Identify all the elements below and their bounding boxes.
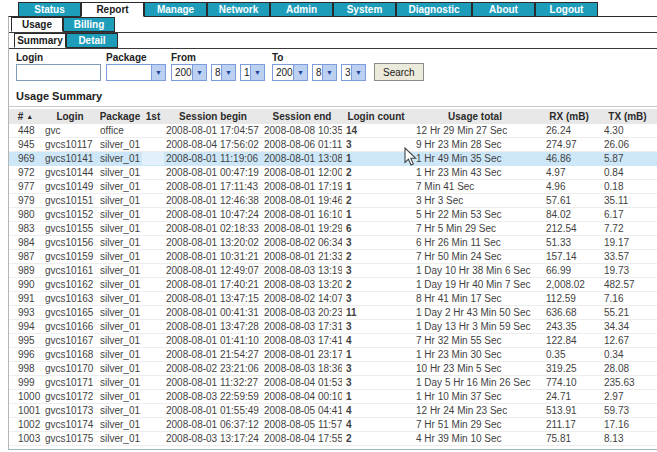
dropdown-arrow-icon: ▼ bbox=[250, 65, 264, 80]
table-row[interactable]: 972gvcs10144silver_012008-08-01 00:47:19… bbox=[9, 166, 657, 180]
usage-tab-detail[interactable]: Detail bbox=[66, 33, 118, 48]
table-row[interactable]: 448gvcoffice2008-08-01 17:04:572008-08-0… bbox=[9, 124, 657, 138]
column-header-login[interactable]: Login bbox=[42, 109, 98, 124]
table-cell: silver_01 bbox=[98, 362, 142, 376]
nav-tab-admin[interactable]: Admin bbox=[270, 2, 333, 17]
nav-tab-status[interactable]: Status bbox=[18, 2, 81, 17]
table-cell: 999 bbox=[9, 376, 42, 390]
table-cell: 3 bbox=[342, 292, 410, 306]
table-cell: 2008-08-01 16:10:17 bbox=[262, 208, 342, 222]
table-cell: 1 bbox=[342, 180, 410, 194]
nav-tab-system[interactable]: System bbox=[333, 2, 396, 17]
table-row[interactable]: 969gvcs10141silver_012008-08-01 11:19:06… bbox=[9, 152, 657, 166]
table-cell: 1 Hr 49 Min 35 Sec bbox=[410, 152, 540, 166]
nav-tab-report[interactable]: Report bbox=[81, 2, 144, 17]
to-day-select[interactable]: 31 ▼ bbox=[341, 64, 366, 81]
nav-tab-manage[interactable]: Manage bbox=[144, 2, 207, 17]
table-cell: 33.57 bbox=[598, 250, 657, 264]
table-cell: 274.97 bbox=[540, 138, 598, 152]
from-month-select[interactable]: 8 ▼ bbox=[211, 64, 236, 81]
column-header-login-count[interactable]: Login count bbox=[342, 109, 410, 124]
table-cell bbox=[142, 152, 164, 166]
column-header-1st[interactable]: 1st bbox=[142, 109, 164, 124]
table-cell: silver_01 bbox=[98, 222, 142, 236]
table-cell: gvcs10156 bbox=[42, 236, 98, 250]
table-cell: silver_01 bbox=[98, 194, 142, 208]
table-cell bbox=[142, 292, 164, 306]
table-row[interactable]: 996gvcs10168silver_012008-08-01 21:54:27… bbox=[9, 348, 657, 362]
table-cell: 3 bbox=[342, 264, 410, 278]
from-day-select[interactable]: 1 ▼ bbox=[240, 64, 265, 81]
login-label: Login bbox=[16, 51, 101, 64]
column-header-session-begin[interactable]: Session begin bbox=[164, 109, 262, 124]
table-cell: 19.73 bbox=[598, 264, 657, 278]
column-header-package[interactable]: Package bbox=[98, 109, 142, 124]
table-cell: 2008-08-01 19:46:37 bbox=[262, 194, 342, 208]
table-cell: 2008-08-02 23:21:06 bbox=[164, 362, 262, 376]
login-filter-group: Login bbox=[16, 51, 101, 81]
table-cell: 12.67 bbox=[598, 334, 657, 348]
table-row[interactable]: 987gvcs10159silver_012008-08-01 10:31:21… bbox=[9, 250, 657, 264]
nav-tab-about[interactable]: About bbox=[472, 2, 535, 17]
table-row[interactable]: 1001gvcs10173silver_012008-08-01 01:55:4… bbox=[9, 404, 657, 418]
table-cell bbox=[142, 278, 164, 292]
table-cell: 2008-08-01 01:41:10 bbox=[164, 334, 262, 348]
table-row[interactable]: 998gvcs10170silver_012008-08-02 23:21:06… bbox=[9, 362, 657, 376]
to-month-select[interactable]: 8 ▼ bbox=[312, 64, 337, 81]
table-row[interactable]: 980gvcs10152silver_012008-08-01 10:47:24… bbox=[9, 208, 657, 222]
table-cell: gvcs10170 bbox=[42, 362, 98, 376]
column-header-num[interactable]: #▲ bbox=[9, 109, 42, 124]
table-row[interactable]: 994gvcs10166silver_012008-08-01 13:47:28… bbox=[9, 320, 657, 334]
table-cell: gvcs10172 bbox=[42, 390, 98, 404]
table-cell bbox=[142, 362, 164, 376]
table-cell: 2.97 bbox=[598, 390, 657, 404]
table-row[interactable]: 990gvcs10162silver_012008-08-01 17:40:21… bbox=[9, 278, 657, 292]
table-row[interactable]: 991gvcs10163silver_012008-08-01 13:47:15… bbox=[9, 292, 657, 306]
column-header-rx-mb[interactable]: RX (mB) bbox=[540, 109, 598, 124]
table-row[interactable]: 999gvcs10171silver_012008-08-01 11:32:27… bbox=[9, 376, 657, 390]
report-tab-usage[interactable]: Usage bbox=[11, 17, 63, 32]
page-title: Usage Summary bbox=[9, 85, 657, 106]
table-row[interactable]: 995gvcs10167silver_012008-08-01 01:41:10… bbox=[9, 334, 657, 348]
table-row[interactable]: 993gvcs10165silver_012008-08-01 00:41:31… bbox=[9, 306, 657, 320]
column-header-session-end[interactable]: Session end bbox=[262, 109, 342, 124]
table-cell bbox=[142, 432, 164, 446]
table-cell: 2 bbox=[342, 166, 410, 180]
table-cell bbox=[142, 348, 164, 362]
nav-tab-network[interactable]: Network bbox=[207, 2, 270, 17]
nav-tab-diagnostic[interactable]: Diagnostic bbox=[396, 2, 472, 17]
table-cell: 2008-08-01 13:20:02 bbox=[164, 236, 262, 250]
login-input[interactable] bbox=[16, 64, 101, 81]
table-cell: 2008-08-01 17:11:43 bbox=[164, 180, 262, 194]
package-filter-group: Package ▼ bbox=[106, 51, 166, 81]
table-cell: 7 Hr 51 Min 29 Sec bbox=[410, 418, 540, 432]
column-header-tx-mb[interactable]: TX (mB) bbox=[598, 109, 657, 124]
nav-tab-logout[interactable]: Logout bbox=[535, 2, 598, 17]
table-row[interactable]: 945gvcs10117silver_012008-08-04 17:56:02… bbox=[9, 138, 657, 152]
table-cell: gvcs10165 bbox=[42, 306, 98, 320]
search-button[interactable]: Search bbox=[374, 63, 424, 81]
table-row[interactable]: 1003gvcs10175silver_012008-08-03 13:17:2… bbox=[9, 432, 657, 446]
from-year-select[interactable]: 2008 ▼ bbox=[171, 64, 207, 81]
table-row[interactable]: 989gvcs10161silver_012008-08-01 12:49:07… bbox=[9, 264, 657, 278]
table-row[interactable]: 1002gvcs10174silver_012008-08-01 06:37:1… bbox=[9, 418, 657, 432]
table-row[interactable]: 1000gvcs10172silver_012008-08-03 22:59:5… bbox=[9, 390, 657, 404]
column-header-usage-total[interactable]: Usage total bbox=[410, 109, 540, 124]
table-cell: 998 bbox=[9, 362, 42, 376]
table-row[interactable]: 984gvcs10156silver_012008-08-01 13:20:02… bbox=[9, 236, 657, 250]
table-row[interactable]: 979gvcs10151silver_012008-08-01 12:46:38… bbox=[9, 194, 657, 208]
table-row[interactable]: 977gvcs10149silver_012008-08-01 17:11:43… bbox=[9, 180, 657, 194]
divider bbox=[9, 106, 657, 107]
table-cell bbox=[142, 376, 164, 390]
table-cell: 774.10 bbox=[540, 376, 598, 390]
report-tab-billing[interactable]: Billing bbox=[63, 17, 115, 32]
table-cell: 1 Day 10 Hr 38 Min 6 Sec bbox=[410, 264, 540, 278]
table-cell: 3 bbox=[342, 236, 410, 250]
usage-tab-summary[interactable]: Summary bbox=[14, 33, 66, 48]
to-year-select[interactable]: 2008 ▼ bbox=[272, 64, 308, 81]
table-row[interactable]: 983gvcs10155silver_012008-08-01 02:18:33… bbox=[9, 222, 657, 236]
package-select[interactable]: ▼ bbox=[106, 64, 166, 81]
table-cell: silver_01 bbox=[98, 152, 142, 166]
table-cell: gvcs10163 bbox=[42, 292, 98, 306]
table-cell: 122.84 bbox=[540, 334, 598, 348]
